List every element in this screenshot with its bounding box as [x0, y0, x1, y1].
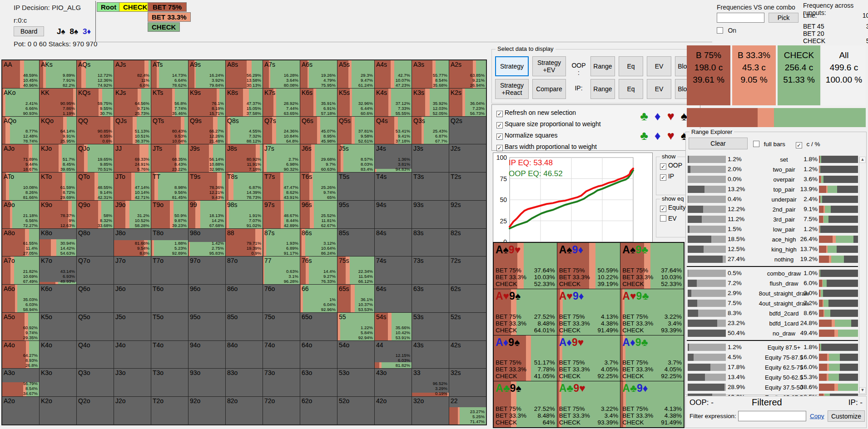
hand-cell-J5s[interactable]: J5s8.57%8.03%83.4%	[337, 144, 374, 172]
summary-box-all[interactable]: All499.6 c100.00 %	[822, 45, 866, 105]
hand-cell-T4s[interactable]: T4s	[375, 173, 412, 200]
range-row-overpair[interactable]: 0.0%overpair3.6%	[686, 175, 859, 185]
board-button[interactable]: Board	[14, 26, 44, 36]
hand-cell-62o[interactable]: 62o	[300, 397, 337, 424]
tree-node-root-0[interactable]: Root	[97, 2, 120, 12]
option-square-size-proportional-to-weight[interactable]: ✓ Square size proportional to weight	[496, 120, 601, 128]
hand-cell-73o[interactable]: 73o	[263, 369, 300, 396]
hand-cell-95o[interactable]: 95o	[188, 313, 225, 340]
range-row-equity-37-5-50[interactable]: 28.9%Equity 37.5-5038.6%	[686, 383, 859, 393]
combo-input[interactable]	[717, 13, 764, 23]
checkbox[interactable]: ✓	[660, 163, 666, 170]
hand-cell-T3s[interactable]: T3s	[412, 173, 449, 200]
hand-cell-Q3o[interactable]: Q3o	[77, 369, 114, 396]
hand-cell-62s[interactable]: 62s	[449, 285, 486, 312]
pick-button[interactable]: Pick	[769, 13, 799, 23]
combo-cell-Ad9c[interactable]: A♦9♣BET 75%3.7%BET 33.3%4.05%CHECK92.25%	[620, 335, 684, 381]
hand-cell-KJo[interactable]: KJo51.7%8.45%39.85%	[40, 144, 76, 172]
hand-cell-J5o[interactable]: J5o	[114, 313, 151, 340]
hand-cell-T2s[interactable]: T2s	[449, 173, 486, 200]
hand-cell-85s[interactable]: 85s	[337, 229, 374, 256]
heart-suit-toggle[interactable]: ♥	[667, 130, 675, 142]
hand-cell-T7o[interactable]: T7o	[151, 256, 188, 284]
hand-cell-Q6o[interactable]: Q6o	[77, 285, 114, 312]
range-row-underpair[interactable]: 0.4%underpair2.4%	[686, 195, 859, 205]
c-pct-checkbox-row[interactable]: ✓ c / %	[796, 140, 820, 148]
hand-cell-87s[interactable]: 87s1.93%6.89%91.17%	[263, 229, 300, 256]
hand-cell-AJo[interactable]: AJo71.89%9.44%18.67%	[2, 144, 39, 172]
hand-cell-93o[interactable]: 93o	[188, 369, 225, 396]
option-normalize-squares[interactable]: ✓ Normalize squares	[496, 132, 601, 140]
strategy-ev-button[interactable]: Strategy +EV	[532, 56, 566, 76]
hand-cell-KJs[interactable]: KJs64.56%9.71%25.73%	[114, 89, 151, 116]
hand-cell-T8o[interactable]: T8o1.88%5.23%92.89%	[151, 229, 188, 256]
hand-cell-Q4s[interactable]: Q4s53.41%9.41%37.18%	[375, 117, 412, 144]
summary-box-b-75-[interactable]: B 75%198.0 c39.61 %	[687, 45, 730, 105]
hand-cell-A9s[interactable]: A9s16.24%3.92%79.84%	[188, 60, 225, 88]
hand-cell-88[interactable]: 8879.71%19.39%0.9%	[226, 229, 263, 256]
hand-cell-T5s[interactable]: T5s	[337, 173, 374, 200]
scroll-up-arrow[interactable]: ▲	[859, 157, 866, 163]
hand-cell-54o[interactable]: 54o	[337, 341, 374, 369]
combo-cell-Ac9d[interactable]: A♣9♦BET 75%4.13%BET 33.3%4.38%CHECK91.49…	[620, 381, 684, 427]
hand-cell-A5s[interactable]: A5s29.3%9.47%61.24%	[337, 60, 374, 88]
range-row-flush-draw[interactable]: 7.2%flush_draw6.0%	[686, 279, 859, 289]
diamond-suit-toggle[interactable]: ♦	[655, 110, 661, 123]
hand-cell-32o[interactable]: 32o	[412, 397, 449, 424]
hand-cell-K8s[interactable]: K8s47.37%15.05%37.58%	[226, 89, 263, 116]
hand-cell-ATs[interactable]: ATs14.73%6.64%78.62%	[151, 60, 188, 88]
suit-picker-row-1[interactable]: ♣♦♥♠	[640, 110, 694, 123]
hand-cell-97o[interactable]: 97o	[188, 256, 225, 284]
hand-cell-A8o[interactable]: A8o61.55%11.4%27.05%	[2, 229, 39, 256]
hand-cell-K2o[interactable]: K2o	[40, 397, 76, 424]
range-row-top-pair[interactable]: 13.2%top_pair13.9%	[686, 185, 859, 195]
diamond-suit-toggle[interactable]: ♦	[655, 130, 661, 142]
range-row-ace-high[interactable]: 18.5%ace_high26.4%	[686, 235, 859, 245]
range-row-set[interactable]: 1.2%set1.8%	[686, 155, 859, 165]
checkbox[interactable]: ✓	[496, 133, 503, 140]
ip-range-button[interactable]: Range	[590, 79, 615, 99]
hand-cell-T8s[interactable]: T8s6.87%14.39%78.73%	[226, 173, 263, 200]
combo-cell-Ah9d[interactable]: A♥9♦BET 75%4.13%BET 33.3%4.38%CHECK91.49…	[557, 289, 620, 335]
hand-cell-JTo[interactable]: JTo47.14%10.14%42.71%	[114, 173, 151, 200]
hand-cell-A8s[interactable]: A8s56.29%13.58%30.13%	[226, 60, 263, 88]
hand-cell-Q5o[interactable]: Q5o	[77, 313, 114, 340]
hand-cell-22[interactable]: 2223.27%5.25%71.47%	[449, 397, 486, 424]
hand-cell-53s[interactable]: 53s	[412, 313, 449, 340]
hand-cell-T6s[interactable]: T6s25.26%9.74%65%	[300, 173, 337, 200]
hand-cell-K2s[interactable]: K2s36.04%7.23%56.73%	[449, 89, 486, 116]
hand-cell-QJo[interactable]: QJo19.65%9.85%70.51%	[77, 144, 114, 172]
hand-cell-Q9s[interactable]: Q9s66.27%12.26%21.48%	[188, 117, 225, 144]
hand-cell-83s[interactable]: 83s	[412, 229, 449, 256]
hand-cell-52o[interactable]: 52o	[337, 397, 374, 424]
range-row-equity-87-5-[interactable]: 1.2%Equity 87.5+1.8%	[686, 343, 859, 353]
hand-cell-42s[interactable]: 42s	[449, 341, 486, 369]
hand-cell-43o[interactable]: 43o	[375, 369, 412, 396]
c-pct-checkbox[interactable]: ✓	[796, 142, 802, 148]
hand-cell-77[interactable]: 770.63%3.1%96.28%	[263, 256, 300, 284]
hand-cell-J3o[interactable]: J3o	[114, 369, 151, 396]
hand-cell-75s[interactable]: 75s22.34%11.54%66.12%	[337, 256, 374, 284]
hand-cell-Q7s[interactable]: Q7s24.36%10.84%64.8%	[263, 117, 300, 144]
hand-cell-A5o[interactable]: A5o60.92%9.74%29.35%	[2, 313, 39, 340]
combo-cell-As9c[interactable]: A♠9♣BET 75%37.64%BET 33.3%10.03%CHECK52.…	[620, 243, 684, 289]
hand-cell-KQo[interactable]: KQo64.14%9.91%25.95%	[40, 117, 76, 144]
summary-box-b-33-3-[interactable]: B 33.3%45.3 c9.05 %	[732, 45, 776, 105]
hand-cell-K6s[interactable]: K6s35.91%6.91%57.18%	[300, 89, 337, 116]
hand-cell-64o[interactable]: 64o	[300, 341, 337, 369]
hand-cell-J9o[interactable]: J9o31.2%10.52%58.28%	[114, 201, 151, 228]
hand-cell-T9o[interactable]: T9o50.9%9.87%39.23%	[151, 201, 188, 228]
range-row-2nd-pair[interactable]: 12.2%2nd_pair9.1%	[686, 205, 859, 215]
combo-cell-As9h[interactable]: A♠9♥BET 75%37.64%BET 33.3%10.03%CHECK52.…	[494, 243, 557, 289]
range-row-nothing[interactable]: 27.4%nothing19.2%	[686, 255, 859, 265]
range-row-two-pair[interactable]: 2.0%two_pair1.2%	[686, 165, 859, 175]
full-bars-checkbox[interactable]	[753, 141, 759, 147]
hand-cell-76s[interactable]: 76s14.4%9.27%76.33%	[300, 256, 337, 284]
hand-cell-K7o[interactable]: K7o43.14%6.93%49.93%	[40, 256, 76, 284]
hand-cell-T3o[interactable]: T3o	[151, 369, 188, 396]
hand-cell-93s[interactable]: 93s	[412, 201, 449, 228]
tree-node-check-4[interactable]: CHECK	[148, 22, 180, 32]
combo-cell-Ac9s[interactable]: A♣9♠BET 75%27.52%BET 33.3%8.48%CHECK64%	[494, 381, 557, 427]
hand-cell-43s[interactable]: 43s	[412, 341, 449, 369]
hand-cell-JTs[interactable]: JTs68.35%8.43%23.22%	[151, 144, 188, 172]
